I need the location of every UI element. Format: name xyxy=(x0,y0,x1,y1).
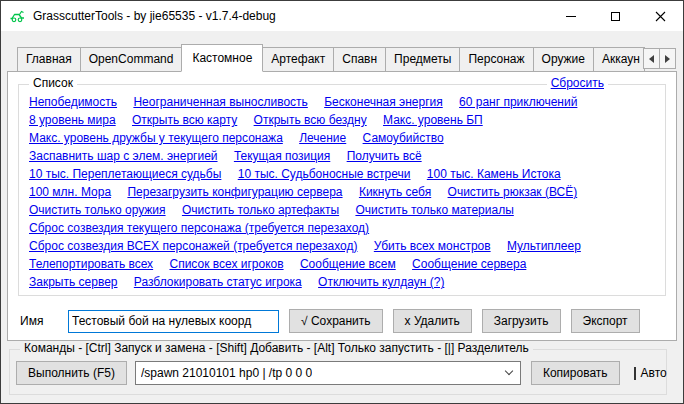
link-infinite-energy[interactable]: Бесконечная энергия xyxy=(324,95,443,109)
link-teleport-all[interactable]: Телепортировать всех xyxy=(29,257,153,271)
link-row: Макс. уровень дружбы у текущего персонаж… xyxy=(29,129,657,147)
tab-account[interactable]: Аккаун xyxy=(593,47,645,71)
command-links: Непобедимость Неограниченная выносливост… xyxy=(19,85,665,291)
link-multiplayer[interactable]: Мультиплеер xyxy=(507,239,581,253)
reset-link[interactable]: Сбросить xyxy=(547,76,608,90)
link-row: Очистить только оружия Очистить только а… xyxy=(29,201,657,219)
link-suicide[interactable]: Самоубийство xyxy=(363,131,444,145)
title-bar: GrasscutterTools - by jie65535 - v1.7.4-… xyxy=(1,1,683,31)
link-message-all[interactable]: Сообщение всем xyxy=(300,257,396,271)
commands-group-title: Команды - [Ctrl] Запуск и замена - [Shif… xyxy=(20,341,533,355)
link-row: 10 тыс. Переплетающиеся судьбы 10 тыс. С… xyxy=(29,165,657,183)
arrow-left-icon[interactable] xyxy=(643,48,660,69)
link-10k-acquaint-fate[interactable]: 10 тыс. Судьбоносные встречи xyxy=(238,167,411,181)
arrow-right-icon[interactable] xyxy=(659,48,676,69)
tab-custom[interactable]: Кастомное xyxy=(181,44,263,72)
link-get-all[interactable]: Получить всё xyxy=(347,149,422,163)
tab-artifact[interactable]: Артефакт xyxy=(262,47,334,71)
app-window: GrasscutterTools - by jie65535 - v1.7.4-… xyxy=(0,0,684,404)
window-title: GrasscutterTools - by jie65535 - v1.7.4-… xyxy=(33,9,276,23)
link-row: Телепортировать всех Список всех игроков… xyxy=(29,255,657,273)
tab-items[interactable]: Предметы xyxy=(385,47,460,71)
link-row: Сброс созвездия ВСЕХ персонажей (требует… xyxy=(29,237,657,255)
link-kick-self[interactable]: Кикнуть себя xyxy=(359,185,431,199)
link-unlock-abyss[interactable]: Открыть всю бездну xyxy=(254,113,367,127)
link-disable-cooldown[interactable]: Отключить кулдаун (?) xyxy=(318,275,444,289)
link-unlimited-stamina[interactable]: Неограниченная выносливость xyxy=(133,95,307,109)
copy-button[interactable]: Копировать xyxy=(531,361,620,385)
link-invincibility[interactable]: Непобедимость xyxy=(29,95,117,109)
link-max-friendship-current[interactable]: Макс. уровень дружбы у текущего персонаж… xyxy=(29,131,283,145)
maximize-icon[interactable] xyxy=(593,1,638,31)
link-current-position[interactable]: Текущая позиция xyxy=(234,149,330,163)
name-label: Имя xyxy=(20,314,68,328)
link-row: Непобедимость Неограниченная выносливост… xyxy=(29,93,657,111)
link-unlock-map[interactable]: Открыть всю карту xyxy=(132,113,237,127)
window-controls xyxy=(548,1,683,31)
tab-character[interactable]: Персонаж xyxy=(459,47,533,71)
link-max-battlepass[interactable]: Макс. уровень БП xyxy=(383,113,483,127)
tab-home[interactable]: Главная xyxy=(17,47,81,71)
link-clear-weapons-only[interactable]: Очистить только оружия xyxy=(29,203,166,217)
link-100k-genesis-crystal[interactable]: 100 тыс. Камень Истока xyxy=(427,167,561,181)
export-button[interactable]: Экспорт xyxy=(571,309,640,333)
link-stop-server[interactable]: Закрыть сервер xyxy=(29,275,118,289)
minimize-icon[interactable] xyxy=(548,1,593,31)
link-10k-intertwined-fate[interactable]: 10 тыс. Переплетающиеся судьбы xyxy=(29,167,221,181)
run-button[interactable]: Выполнить (F5) xyxy=(16,361,127,385)
link-world-level-8[interactable]: 8 уровень мира xyxy=(29,113,116,127)
custom-tab-page: Список Сбросить Непобедимость Неограниче… xyxy=(7,71,677,341)
link-kill-all-monsters[interactable]: Убить всех монстров xyxy=(374,239,491,253)
link-clear-inventory-all[interactable]: Очистить рюкзак (ВСЁ) xyxy=(448,185,578,199)
auto-checkbox[interactable] xyxy=(634,367,636,380)
auto-checkbox-label[interactable]: Авто xyxy=(641,366,667,380)
link-spawn-elemental-orb[interactable]: Заспавнить шар с элем. энергией xyxy=(29,149,218,163)
list-groupbox: Список Сбросить Непобедимость Неограниче… xyxy=(18,84,666,296)
tab-bar: Главная OpenCommand Кастомное Артефакт С… xyxy=(1,31,683,71)
command-text: /spawn 21010101 hp0 | /tp 0 0 0 xyxy=(141,366,312,380)
link-adventure-rank-60[interactable]: 60 ранг приключений xyxy=(459,95,577,109)
bottom-panel: Команды - [Ctrl] Запуск и замена - [Shif… xyxy=(1,341,683,395)
link-reset-constellation-all[interactable]: Сброс созвездия ВСЕХ персонажей (требует… xyxy=(29,239,357,253)
name-input[interactable] xyxy=(68,310,279,333)
link-clear-artifacts-only[interactable]: Очистить только артефакты xyxy=(182,203,339,217)
link-row: 8 уровень мира Открыть всю карту Открыть… xyxy=(29,111,657,129)
tab-weapon[interactable]: Оружие xyxy=(533,47,594,71)
link-server-message[interactable]: Сообщение сервера xyxy=(412,257,526,271)
list-group-title: Список xyxy=(29,76,77,90)
link-reload-server-config[interactable]: Перезагрузить конфигурацию сервера xyxy=(127,185,342,199)
link-row: Заспавнить шар с элем. энергией Текущая … xyxy=(29,147,657,165)
close-icon[interactable] xyxy=(638,1,683,31)
tab-spawn[interactable]: Спавн xyxy=(333,47,386,71)
link-heal[interactable]: Лечение xyxy=(299,131,346,145)
delete-button[interactable]: x Удалить xyxy=(393,309,472,333)
link-row: 100 млн. Мора Перезагрузить конфигурацию… xyxy=(29,183,657,201)
link-reset-constellation-current[interactable]: Сброс созвездия текущего персонажа (треб… xyxy=(29,221,369,235)
link-player-list[interactable]: Список всех игроков xyxy=(169,257,283,271)
commands-groupbox: Команды - [Ctrl] Запуск и замена - [Shif… xyxy=(9,349,667,395)
command-combobox[interactable]: /spawn 21010101 hp0 | /tp 0 0 0 xyxy=(135,361,521,385)
chevron-down-icon xyxy=(505,367,513,375)
command-row: Выполнить (F5) /spawn 21010101 hp0 | /tp… xyxy=(10,350,666,385)
link-row: Сброс созвездия текущего персонажа (треб… xyxy=(29,219,657,237)
tab-opencommand[interactable]: OpenCommand xyxy=(80,47,183,71)
link-unlock-player-status[interactable]: Разблокировать статус игрока xyxy=(134,275,302,289)
save-button[interactable]: √ Сохранить xyxy=(289,309,383,333)
link-row: Закрыть сервер Разблокировать статус игр… xyxy=(29,273,657,291)
tab-scroll-buttons xyxy=(644,48,676,71)
name-row: Имя √ Сохранить x Удалить Загрузить Эксп… xyxy=(20,309,666,333)
grasscutter-logo-icon xyxy=(9,8,27,24)
load-button[interactable]: Загрузить xyxy=(482,309,561,333)
link-100m-mora[interactable]: 100 млн. Мора xyxy=(29,185,111,199)
link-clear-materials-only[interactable]: Очистить только материалы xyxy=(355,203,513,217)
